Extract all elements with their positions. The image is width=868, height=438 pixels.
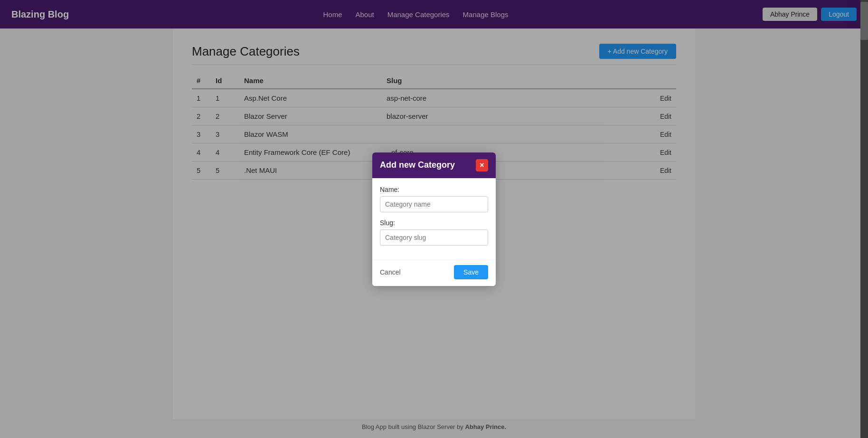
category-slug-input[interactable] xyxy=(380,229,488,246)
name-label: Name: xyxy=(380,186,488,193)
modal-footer: Cancel Save xyxy=(372,260,496,286)
category-name-input[interactable] xyxy=(380,196,488,212)
modal-overlay[interactable]: Add new Category × Name: Slug: Cancel Sa… xyxy=(0,0,868,438)
cancel-button[interactable]: Cancel xyxy=(380,268,401,276)
modal-body: Name: Slug: xyxy=(372,178,496,260)
slug-label: Slug: xyxy=(380,219,488,227)
slug-form-group: Slug: xyxy=(380,219,488,246)
modal-header: Add new Category × xyxy=(372,152,496,178)
name-form-group: Name: xyxy=(380,186,488,212)
modal-title: Add new Category xyxy=(380,160,455,170)
add-category-modal: Add new Category × Name: Slug: Cancel Sa… xyxy=(372,152,496,286)
modal-close-button[interactable]: × xyxy=(476,159,488,171)
save-button[interactable]: Save xyxy=(454,265,488,279)
